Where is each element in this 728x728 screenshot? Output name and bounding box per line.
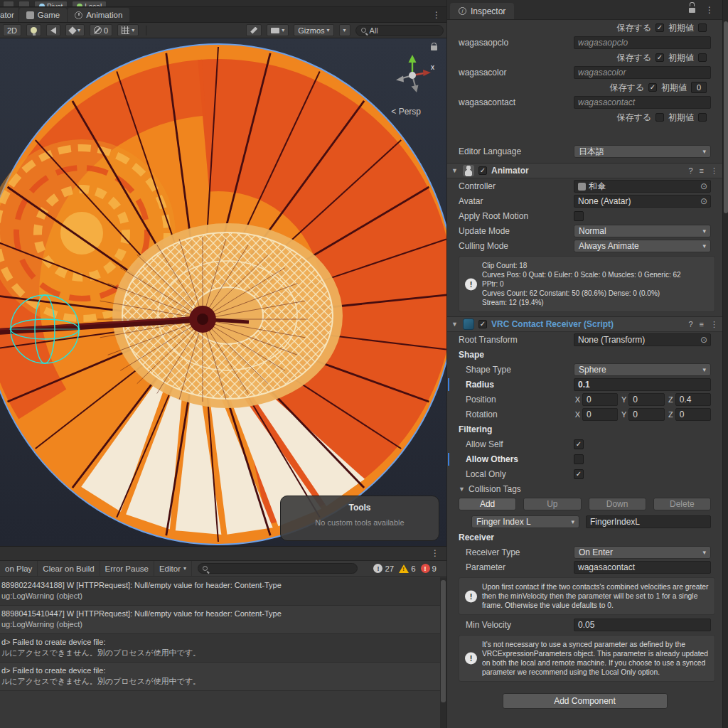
- tab-inspector[interactable]: i Inspector: [450, 3, 514, 19]
- kebab-icon[interactable]: ⋮: [710, 320, 718, 329]
- persp-label[interactable]: < Persp: [391, 107, 421, 117]
- animator-component-header[interactable]: ▼ Animator ? ≡ ⋮: [447, 163, 722, 178]
- error-pause-button[interactable]: Error Pause: [100, 561, 154, 576]
- default-value-checkbox[interactable]: [698, 113, 707, 122]
- scene-orientation-gizmo[interactable]: x: [390, 51, 435, 97]
- object-picker-icon[interactable]: ⊙: [699, 181, 709, 191]
- help-icon[interactable]: ?: [688, 320, 692, 328]
- radius-field[interactable]: 0.1: [574, 378, 711, 391]
- preset-icon[interactable]: ≡: [700, 166, 704, 175]
- effects-dropdown-button[interactable]: ▾: [65, 24, 85, 36]
- avatar-object-field[interactable]: None (Avatar) ⊙: [574, 195, 711, 208]
- preset-icon[interactable]: ≡: [700, 320, 704, 328]
- default-value-field[interactable]: 0: [691, 82, 707, 93]
- inspector-menu-icon[interactable]: ⋮: [701, 5, 718, 15]
- info-filter-toggle[interactable]: ! 27: [373, 564, 394, 573]
- position-row: Position X0 Y0 Z0.4: [447, 392, 722, 407]
- inspector-lock-icon[interactable]: [689, 8, 695, 13]
- update-mode-dropdown[interactable]: Normal▾: [574, 225, 711, 237]
- saved-checkbox[interactable]: [655, 53, 664, 62]
- param-value-field[interactable]: wagasaopclo: [574, 36, 711, 49]
- saved-checkbox[interactable]: [655, 23, 664, 32]
- log-entry[interactable]: 88980415410447] W [HTTPRequest]: Null/em…: [0, 606, 440, 634]
- tag-type-dropdown[interactable]: Finger Index L▾: [471, 515, 579, 528]
- log-entry[interactable]: 88980224434188] W [HTTPRequest]: Null/em…: [0, 577, 440, 606]
- tab-game[interactable]: Game: [19, 8, 67, 22]
- gizmo-lock-icon[interactable]: [431, 46, 437, 50]
- object-picker-icon[interactable]: ⊙: [699, 335, 709, 345]
- clear-on-play-button[interactable]: on Play: [0, 561, 38, 576]
- clear-on-build-button[interactable]: Clear on Build: [38, 561, 100, 576]
- saved-checkbox[interactable]: [648, 83, 657, 92]
- console-menu-icon[interactable]: ⋮: [427, 548, 444, 558]
- foldout-arrow-icon[interactable]: ▼: [451, 321, 459, 328]
- wagasa-umbrella-model[interactable]: [0, 38, 446, 546]
- root-transform-field[interactable]: None (Transform) ⊙: [574, 333, 711, 346]
- add-tag-button[interactable]: Add: [459, 498, 516, 510]
- tab-menu-icon[interactable]: ⋮: [428, 10, 445, 20]
- move-tool-icon[interactable]: [3, 1, 14, 7]
- shape-type-dropdown[interactable]: Sphere▾: [574, 363, 711, 376]
- controller-object-field[interactable]: 和傘 ⊙: [574, 180, 711, 193]
- grid-dropdown-button[interactable]: ▾: [117, 24, 139, 36]
- default-value-checkbox[interactable]: [698, 23, 707, 32]
- min-velocity-field[interactable]: 0.05: [574, 619, 711, 631]
- delete-tag-button[interactable]: Delete: [653, 498, 711, 510]
- down-tag-button[interactable]: Down: [589, 498, 646, 510]
- tab-animation[interactable]: Animation: [68, 8, 129, 22]
- local-toggle-button[interactable]: Local: [72, 1, 107, 7]
- add-component-button[interactable]: Add Component: [503, 693, 668, 709]
- editor-language-dropdown[interactable]: 日本語▾: [574, 145, 711, 158]
- audio-toggle-button[interactable]: [46, 24, 60, 36]
- lighting-toggle-button[interactable]: [26, 24, 41, 36]
- position-y-field[interactable]: 0: [628, 393, 664, 406]
- apply-root-motion-checkbox[interactable]: [574, 211, 584, 221]
- vrc-enabled-checkbox[interactable]: [478, 320, 487, 328]
- visibility-toggle-button[interactable]: 0: [90, 24, 112, 36]
- log-entry[interactable]: d> Failed to create device file: ルにアクセスで…: [0, 663, 440, 691]
- editor-language-label: Editor Language: [459, 146, 571, 156]
- parameter-field[interactable]: wagasacontact: [574, 561, 711, 574]
- culling-mode-dropdown[interactable]: Always Animate▾: [574, 240, 711, 252]
- camera-dropdown-button[interactable]: ▾: [267, 24, 289, 36]
- rotate-tool-icon[interactable]: [18, 1, 30, 7]
- tab-animator-partial[interactable]: ator: [0, 8, 18, 22]
- position-z-field[interactable]: 0.4: [675, 393, 711, 406]
- custom-tools-button[interactable]: [246, 24, 262, 36]
- error-filter-toggle[interactable]: ! 9: [421, 564, 437, 573]
- rotation-z-field[interactable]: 0: [675, 408, 711, 421]
- default-value-checkbox[interactable]: [698, 53, 707, 62]
- vrc-contact-receiver-header[interactable]: ▼ VRC Contact Receiver (Script) ? ≡ ⋮: [447, 316, 722, 332]
- kebab-icon[interactable]: ⋮: [710, 166, 718, 176]
- toggle-2d-button[interactable]: 2D: [3, 24, 21, 36]
- param-value-field[interactable]: wagasacolor: [574, 66, 711, 79]
- receiver-type-dropdown[interactable]: On Enter▾: [574, 546, 711, 559]
- help-icon[interactable]: ?: [688, 166, 692, 175]
- inspector-scrollbar[interactable]: [722, 0, 728, 728]
- console-scrollbar[interactable]: [440, 577, 446, 728]
- up-tag-button[interactable]: Up: [523, 498, 581, 510]
- pivot-toggle-button[interactable]: Pivot: [34, 1, 68, 7]
- rotation-y-field[interactable]: 0: [628, 408, 664, 421]
- foldout-arrow-icon[interactable]: ▼: [451, 167, 459, 174]
- rotation-x-field[interactable]: 0: [582, 408, 618, 421]
- console-search-input[interactable]: [198, 563, 358, 574]
- collision-tags-foldout[interactable]: ▼ Collision Tags: [447, 482, 722, 496]
- gizmos-dropdown-button[interactable]: Gizmos▾: [294, 24, 333, 36]
- tag-value-field[interactable]: FingerIndexL: [586, 515, 711, 528]
- scene-search-input[interactable]: All: [355, 25, 444, 36]
- scene-view[interactable]: x < Persp Tools No custom tools availabl…: [0, 38, 446, 546]
- animator-enabled-checkbox[interactable]: [478, 166, 487, 175]
- saved-checkbox[interactable]: [655, 113, 664, 122]
- allow-self-checkbox[interactable]: [574, 439, 584, 449]
- allow-others-checkbox[interactable]: [574, 454, 584, 464]
- param-row: wagasacolor wagasacolor: [447, 65, 722, 80]
- log-entry[interactable]: d> Failed to create device file: ルにアクセスで…: [0, 634, 440, 663]
- editor-dropdown[interactable]: Editor▾: [154, 561, 192, 576]
- gizmos-extra-dropdown[interactable]: ▾: [339, 24, 350, 36]
- local-only-checkbox[interactable]: [574, 469, 584, 479]
- param-value-field[interactable]: wagasacontact: [574, 96, 711, 109]
- warning-filter-toggle[interactable]: 6: [399, 564, 415, 573]
- position-x-field[interactable]: 0: [582, 393, 618, 406]
- object-picker-icon[interactable]: ⊙: [699, 196, 709, 206]
